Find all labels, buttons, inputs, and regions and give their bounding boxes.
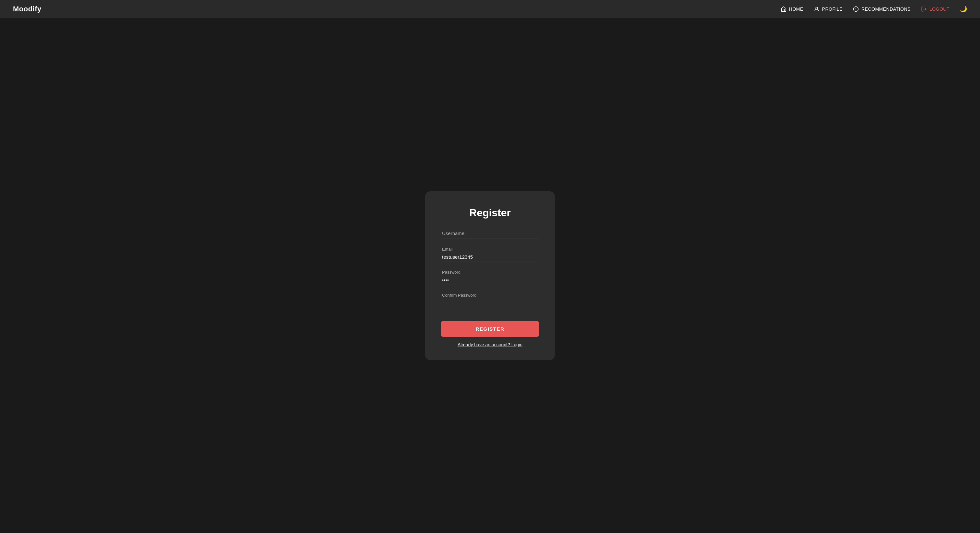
brand-logo: Moodify: [13, 5, 41, 13]
nav-links: HOME PROFILE RECOMMENDATIONS LOGOUT 🌙: [781, 5, 967, 13]
password-field-wrapper: Password: [441, 270, 539, 290]
nav-home-label: HOME: [789, 6, 803, 12]
email-field-wrapper: Email: [441, 247, 539, 267]
nav-profile-label: PROFILE: [822, 6, 843, 12]
register-button[interactable]: REGISTER: [441, 321, 539, 337]
password-label: Password: [441, 270, 539, 274]
register-card: Register Email Password Confirm Password…: [425, 191, 555, 360]
nav-recommendations-label: RECOMMENDATIONS: [861, 6, 911, 12]
password-input[interactable]: [441, 275, 539, 285]
confirm-password-input[interactable]: [441, 298, 539, 308]
register-title: Register: [469, 207, 511, 219]
nav-profile[interactable]: PROFILE: [814, 6, 843, 12]
logout-icon: [921, 6, 927, 12]
confirm-password-label: Confirm Password: [441, 293, 539, 298]
profile-icon: [814, 6, 819, 12]
email-label: Email: [441, 247, 539, 252]
email-input[interactable]: [441, 252, 539, 262]
username-input[interactable]: [441, 228, 539, 239]
svg-point-0: [816, 7, 818, 9]
theme-toggle-button[interactable]: 🌙: [960, 5, 967, 13]
username-field-wrapper: [441, 228, 539, 244]
nav-recommendations[interactable]: RECOMMENDATIONS: [853, 6, 911, 12]
navbar: Moodify HOME PROFILE RECOMMENDATIONS LOG…: [0, 0, 980, 18]
home-icon: [781, 6, 786, 12]
login-link[interactable]: Already have an account? Login: [458, 342, 522, 347]
nav-logout-label: LOGOUT: [929, 6, 950, 12]
nav-home[interactable]: HOME: [781, 6, 803, 12]
recommendations-icon: [853, 6, 859, 12]
nav-logout[interactable]: LOGOUT: [921, 6, 950, 12]
confirm-password-field-wrapper: Confirm Password: [441, 293, 539, 313]
main-content: Register Email Password Confirm Password…: [0, 0, 980, 533]
